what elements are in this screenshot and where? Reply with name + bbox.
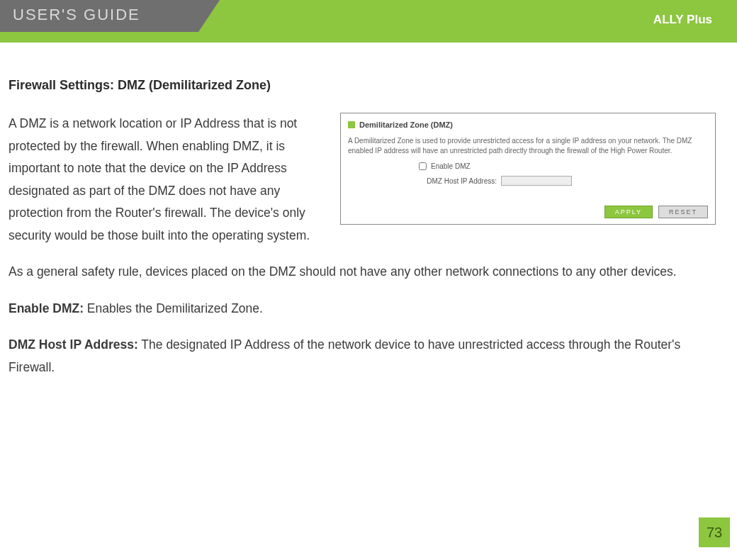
section-title: Firewall Settings: DMZ (Demilitarized Zo… xyxy=(9,78,716,93)
dmz-host-ip-input[interactable] xyxy=(501,176,572,186)
dmz-screenshot-panel: Demilitarized Zone (DMZ) A Demilitarized… xyxy=(340,113,716,225)
enable-dmz-checkbox[interactable] xyxy=(419,162,427,170)
paragraph-enable: Enable DMZ: Enables the Demilitarized Zo… xyxy=(9,298,716,320)
enable-dmz-desc: Enables the Demilitarized Zone. xyxy=(84,301,263,315)
dmz-host-term: DMZ Host IP Address: xyxy=(9,337,138,352)
enable-dmz-term: Enable DMZ: xyxy=(9,301,84,315)
dmz-host-ip-label: DMZ Host IP Address: xyxy=(419,177,497,185)
page-number: 73 xyxy=(699,517,730,547)
paragraph-host: DMZ Host IP Address: The designated IP A… xyxy=(9,334,716,379)
screenshot-description: A Demilitarized Zone is used to provide … xyxy=(348,136,708,155)
paragraph-safety: As a general safety rule, devices placed… xyxy=(9,261,716,284)
page-content: Firewall Settings: DMZ (Demilitarized Zo… xyxy=(0,43,737,393)
page-header: USER'S GUIDE ALLY Plus xyxy=(0,0,737,43)
enable-dmz-label: Enable DMZ xyxy=(431,162,471,170)
square-bullet-icon xyxy=(348,121,355,128)
screenshot-title: Demilitarized Zone (DMZ) xyxy=(359,121,453,129)
header-title: USER'S GUIDE xyxy=(13,6,140,24)
apply-button[interactable]: APPLY xyxy=(604,206,653,218)
header-brand: ALLY Plus xyxy=(653,13,712,27)
header-left-triangle xyxy=(198,0,220,32)
reset-button[interactable]: RESET xyxy=(658,206,708,218)
